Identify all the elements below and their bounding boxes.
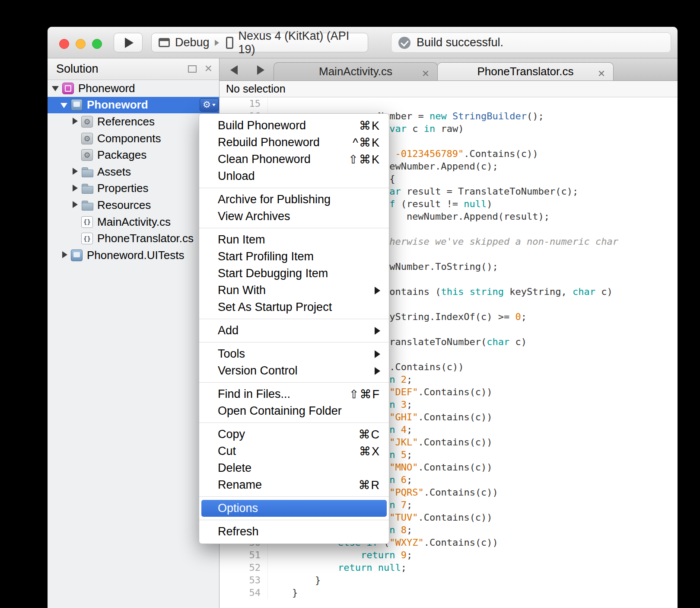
- editor-tabs: MainActivity.csPhoneTranslator.cs: [274, 62, 613, 80]
- disclosure-spacer: [70, 150, 80, 160]
- tree-item-properties[interactable]: Properties: [48, 180, 219, 197]
- menu-item-rebuild-phoneword[interactable]: Rebuild Phoneword^⌘K: [199, 134, 389, 151]
- menu-item-rename[interactable]: Rename⌘R: [199, 477, 389, 493]
- line-number: 53: [220, 574, 268, 586]
- menu-item-options[interactable]: Options: [201, 500, 387, 517]
- folder-icon: [81, 182, 93, 194]
- tree-item-label: Phoneword: [87, 98, 148, 112]
- menu-item-run-item[interactable]: Run Item: [199, 231, 389, 248]
- submenu-arrow-icon: [375, 367, 380, 375]
- close-tab-icon[interactable]: [421, 67, 430, 77]
- tree-item-phoneword[interactable]: Phoneword: [48, 80, 219, 97]
- disclosure-open-icon[interactable]: [51, 83, 61, 93]
- menu-item-start-profiling-item[interactable]: Start Profiling Item: [199, 248, 389, 265]
- zoom-window-button[interactable]: [92, 39, 102, 49]
- menu-item-version-control[interactable]: Version Control: [199, 362, 389, 379]
- close-tab-icon[interactable]: [597, 67, 606, 77]
- menu-item-run-with[interactable]: Run With: [199, 282, 389, 299]
- tree-item-references[interactable]: References: [48, 113, 219, 130]
- window-controls: [59, 39, 102, 49]
- project-icon: [71, 99, 83, 111]
- menu-separator: [199, 188, 389, 188]
- run-button[interactable]: [114, 33, 143, 52]
- status-label: Build successful.: [417, 36, 503, 49]
- menu-item-label: Build Phoneword: [218, 119, 306, 132]
- close-window-button[interactable]: [59, 39, 69, 49]
- menu-item-label: Archive for Publishing: [218, 193, 331, 206]
- code-text: }: [269, 574, 321, 586]
- disclosure-closed-icon[interactable]: [70, 183, 80, 194]
- line-number: 15: [220, 97, 268, 110]
- menu-separator: [199, 342, 389, 342]
- code-line: 51 return 9;: [220, 549, 678, 561]
- tree-item-resources[interactable]: Resources: [48, 197, 219, 214]
- tree-item-assets[interactable]: Assets: [48, 163, 219, 180]
- minimize-window-button[interactable]: [76, 39, 86, 49]
- tree-item-phonetranslator-cs[interactable]: PhoneTranslator.cs: [48, 230, 219, 247]
- menu-separator: [199, 496, 389, 497]
- menu-item-add[interactable]: Add: [199, 322, 389, 339]
- menu-item-label: Rename: [218, 478, 262, 492]
- disclosure-closed-icon[interactable]: [60, 250, 70, 260]
- menu-separator: [199, 520, 389, 520]
- menu-item-tools[interactable]: Tools: [199, 346, 389, 362]
- project-options-gear-button[interactable]: [200, 98, 219, 112]
- disclosure-closed-icon[interactable]: [70, 200, 80, 210]
- check-icon: [398, 37, 410, 49]
- nav-forward-icon[interactable]: [255, 65, 265, 75]
- build-target-selector[interactable]: Debug Nexus 4 (KitKat) (API 19): [151, 33, 368, 52]
- disclosure-closed-icon[interactable]: [70, 166, 80, 177]
- tree-item-components[interactable]: Components: [48, 130, 219, 147]
- menu-item-delete[interactable]: Delete: [199, 460, 389, 477]
- submenu-arrow-icon: [375, 350, 380, 358]
- tab-label: MainActivity.cs: [319, 65, 392, 78]
- menu-item-view-archives[interactable]: View Archives: [199, 208, 389, 225]
- submenu-arrow-icon: [375, 287, 380, 294]
- pad-close-icon[interactable]: [204, 62, 212, 76]
- line-number: 51: [220, 549, 268, 561]
- titlebar[interactable]: Debug Nexus 4 (KitKat) (API 19) Build su…: [48, 27, 678, 58]
- disclosure-open-icon[interactable]: [60, 100, 70, 110]
- menu-item-label: Copy: [218, 428, 245, 441]
- configuration-label[interactable]: Debug: [175, 36, 210, 49]
- menu-item-cut[interactable]: Cut⌘X: [199, 443, 389, 460]
- code-text: return 9;: [269, 549, 412, 561]
- menu-item-label: Run With: [218, 284, 266, 297]
- tree-item-label: Components: [97, 132, 161, 145]
- tab-mainactivity-cs[interactable]: MainActivity.cs: [274, 62, 438, 80]
- disclosure-closed-icon[interactable]: [70, 116, 80, 127]
- menu-item-build-phoneword[interactable]: Build Phoneword⌘K: [199, 117, 389, 134]
- tab-phonetranslator-cs[interactable]: PhoneTranslator.cs: [437, 62, 614, 80]
- tree-item-phoneword-uitests[interactable]: Phoneword.UITests: [48, 247, 219, 264]
- pad-dock-icon[interactable]: [188, 65, 197, 73]
- configuration-icon: [159, 38, 170, 47]
- project-icon: [71, 250, 83, 261]
- menu-item-label: Options: [218, 502, 258, 515]
- menu-item-refresh[interactable]: Refresh: [199, 523, 389, 540]
- menu-item-unload[interactable]: Unload: [199, 168, 389, 185]
- menu-item-label: Run Item: [218, 233, 265, 246]
- menu-item-label: View Archives: [218, 210, 290, 223]
- menu-item-label: Cut: [218, 445, 236, 458]
- menu-item-label: Start Profiling Item: [218, 250, 314, 263]
- csfile-icon: [81, 216, 93, 228]
- menu-item-archive-for-publishing[interactable]: Archive for Publishing: [199, 191, 389, 208]
- submenu-arrow-icon: [375, 327, 380, 335]
- menu-item-label: Tools: [218, 347, 245, 361]
- menu-item-clean-phoneword[interactable]: Clean Phoneword⇧⌘K: [199, 151, 389, 168]
- code-line: 53 }: [220, 574, 678, 586]
- menu-item-find-in-files[interactable]: Find in Files...⇧⌘F: [199, 386, 389, 403]
- menu-item-start-debugging-item[interactable]: Start Debugging Item: [199, 265, 389, 282]
- tree-item-mainactivity-cs[interactable]: MainActivity.cs: [48, 214, 219, 230]
- nav-back-icon[interactable]: [229, 65, 239, 75]
- menu-item-open-containing-folder[interactable]: Open Containing Folder: [199, 403, 389, 419]
- tree-item-packages[interactable]: Packages: [48, 147, 219, 163]
- menu-item-label: Start Debugging Item: [218, 267, 328, 280]
- device-label[interactable]: Nexus 4 (KitKat) (API 19): [239, 29, 361, 56]
- tree-item-phoneword[interactable]: Phoneword: [48, 97, 219, 114]
- solution-pad: Solution PhonewordPhonewordReferencesCom…: [48, 58, 220, 608]
- tree-item-label: Resources: [97, 198, 151, 212]
- menu-item-copy[interactable]: Copy⌘C: [199, 426, 389, 443]
- menu-item-set-as-startup-project[interactable]: Set As Startup Project: [199, 299, 389, 316]
- folder-icon: [81, 199, 93, 211]
